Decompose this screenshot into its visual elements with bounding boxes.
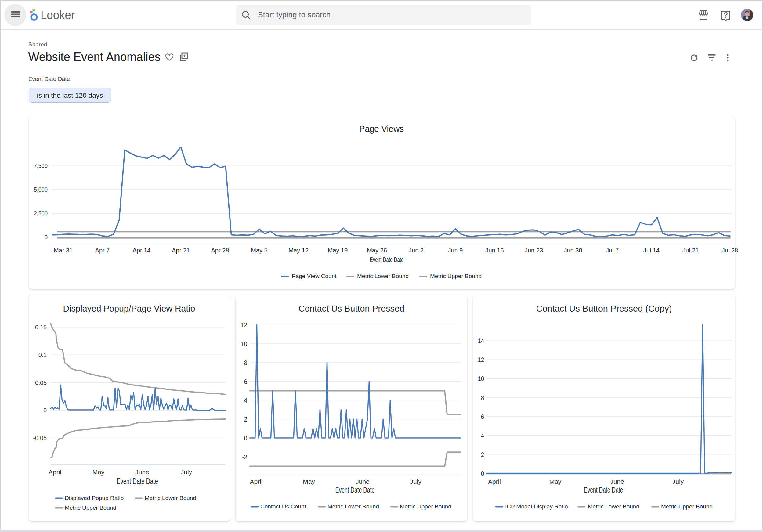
svg-text:Metric Lower Bound: Metric Lower Bound [588,503,639,510]
svg-text:July: July [181,469,192,476]
svg-text:5,000: 5,000 [34,186,48,193]
svg-text:May: May [303,478,315,485]
svg-text:Page Views: Page Views [359,124,404,134]
svg-text:April: April [250,478,263,485]
svg-text:0: 0 [244,435,247,442]
svg-text:Jun 9: Jun 9 [448,247,463,254]
svg-text:8: 8 [481,394,484,401]
svg-text:Apr 28: Apr 28 [211,247,229,254]
svg-text:0: 0 [481,470,484,478]
svg-text:4: 4 [481,432,484,439]
svg-text:Mar 31: Mar 31 [54,247,73,254]
svg-text:April: April [49,469,61,476]
svg-text:12: 12 [241,321,247,329]
svg-text:0.05: 0.05 [35,379,47,386]
svg-text:Start typing to search: Start typing to search [258,10,331,19]
svg-text:Jun 23: Jun 23 [525,247,543,254]
svg-text:Event Date Date: Event Date Date [117,477,158,486]
svg-text:June: June [135,469,149,476]
svg-text:Jul 14: Jul 14 [643,247,660,254]
svg-text:Apr 21: Apr 21 [172,247,190,254]
svg-text:Displayed Popup Ratio: Displayed Popup Ratio [65,495,124,501]
svg-text:May: May [92,469,105,476]
svg-text:Jun 2: Jun 2 [409,247,424,254]
svg-text:Jul 7: Jul 7 [606,247,619,254]
svg-text:July: July [410,478,421,485]
svg-text:4: 4 [244,397,247,404]
svg-text:Metric Upper Bound: Metric Upper Bound [661,503,712,510]
svg-text:Metric Upper Bound: Metric Upper Bound [430,273,482,279]
svg-text:Event Date Date: Event Date Date [28,76,70,82]
svg-text:Event Date Date: Event Date Date [370,256,404,264]
svg-text:Apr 14: Apr 14 [133,247,151,254]
svg-text:Metric Lower Bound: Metric Lower Bound [357,273,409,279]
svg-text:Event Date Date: Event Date Date [584,485,623,494]
svg-text:Jul 21: Jul 21 [683,247,699,254]
svg-text:Contact Us Button Pressed (Cop: Contact Us Button Pressed (Copy) [536,303,672,314]
svg-text:0: 0 [43,407,47,414]
svg-text:May: May [549,478,562,485]
svg-text:Metric Lower Bound: Metric Lower Bound [327,503,379,510]
svg-text:Metric Upper Bound: Metric Upper Bound [400,503,451,510]
svg-text:Jun 30: Jun 30 [564,247,582,254]
svg-text:-2: -2 [242,453,247,461]
svg-text:July: July [672,478,684,485]
svg-text:2,500: 2,500 [34,210,48,217]
svg-text:May 26: May 26 [367,247,387,254]
svg-text:12: 12 [478,356,484,364]
svg-text:8: 8 [244,359,247,367]
svg-text:is in the last 120 days: is in the last 120 days [37,92,103,99]
svg-text:May 5: May 5 [251,247,268,254]
svg-text:7,500: 7,500 [34,162,48,169]
svg-text:-0.05: -0.05 [33,435,47,442]
svg-text:May 12: May 12 [288,247,309,254]
svg-text:June: June [356,478,370,485]
svg-text:Jun 16: Jun 16 [485,247,503,254]
svg-text:0.15: 0.15 [35,324,47,331]
svg-text:2: 2 [244,416,247,423]
svg-text:Looker: Looker [41,8,75,22]
svg-text:Page View Count: Page View Count [292,273,337,279]
svg-text:Metric Lower Bound: Metric Lower Bound [145,495,196,501]
svg-text:2: 2 [481,451,484,458]
svg-text:Contact Us Count: Contact Us Count [260,503,306,510]
svg-text:Contact Us Button Pressed: Contact Us Button Pressed [298,303,404,314]
svg-text:April: April [488,478,501,485]
svg-text:Jul 28: Jul 28 [722,247,738,254]
svg-text:June: June [610,478,624,485]
svg-text:Website Event Anomalies: Website Event Anomalies [28,50,161,63]
svg-text:ICP Modal Display Ratio: ICP Modal Display Ratio [505,503,568,510]
svg-text:Event Date Date: Event Date Date [335,485,375,494]
svg-text:14: 14 [478,337,484,345]
svg-text:0: 0 [45,234,48,241]
svg-text:Metric Upper Bound: Metric Upper Bound [65,504,116,511]
svg-text:10: 10 [241,340,247,348]
svg-text:6: 6 [481,413,484,420]
svg-text:Displayed Popup/Page View Rati: Displayed Popup/Page View Ratio [63,304,195,314]
svg-text:0.1: 0.1 [39,351,47,358]
svg-text:10: 10 [478,375,484,382]
svg-text:Shared: Shared [28,41,47,48]
svg-text:May 19: May 19 [328,247,348,254]
svg-text:Apr 7: Apr 7 [95,247,110,254]
svg-text:6: 6 [244,378,247,385]
